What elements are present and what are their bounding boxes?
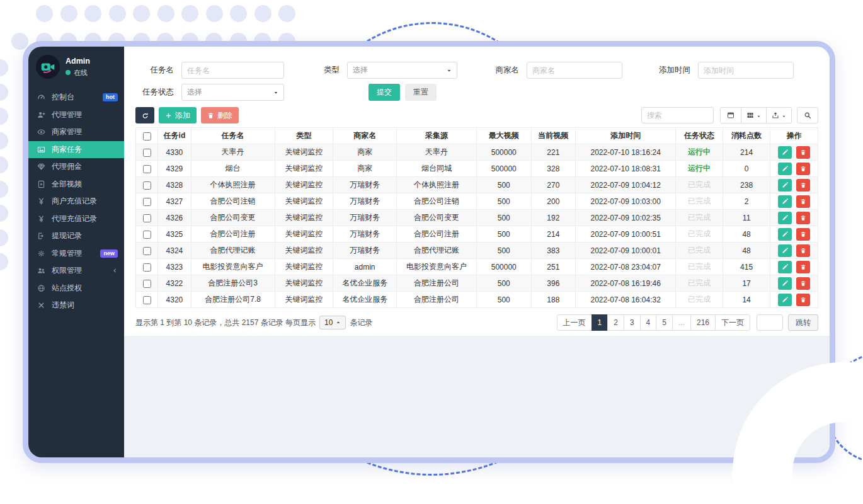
cell-task-status: 已完成 — [676, 275, 723, 292]
delete-button[interactable] — [796, 261, 810, 273]
row-checkbox[interactable] — [143, 165, 151, 173]
delete-button[interactable] — [796, 212, 810, 224]
page-button-1[interactable]: 1 — [592, 314, 609, 331]
sidebar-item-agent-commission[interactable]: 代理佣金 — [28, 158, 124, 176]
delete-button[interactable] — [796, 244, 810, 257]
merchant-name-input[interactable] — [527, 62, 622, 79]
card-view-icon — [727, 112, 734, 119]
cell-type: 关键词监控 — [275, 193, 333, 210]
cell-source: 天率丹 — [397, 144, 477, 161]
yen-icon — [37, 197, 46, 206]
row-checkbox[interactable] — [143, 231, 151, 239]
row-checkbox[interactable] — [143, 263, 151, 272]
cell-max-videos: 500 — [476, 226, 531, 243]
trash-icon — [800, 248, 806, 254]
refresh-button[interactable] — [135, 107, 154, 123]
jump-page-input[interactable] — [757, 314, 783, 331]
page-ellipsis: ... — [672, 314, 691, 331]
row-checkbox[interactable] — [143, 247, 151, 255]
sidebar-item-withdrawal-records[interactable]: 提现记录 — [28, 227, 124, 245]
search-button[interactable] — [797, 107, 818, 123]
edit-button[interactable] — [778, 146, 792, 159]
sidebar-item-banned-words[interactable]: 违禁词 — [28, 297, 124, 314]
yen-icon — [37, 214, 46, 223]
edit-button[interactable] — [778, 195, 792, 208]
export-button[interactable] — [767, 107, 792, 123]
row-checkbox[interactable] — [143, 149, 151, 157]
delete-button[interactable] — [796, 179, 810, 192]
add-button[interactable]: 添加 — [159, 107, 197, 123]
sidebar-item-dashboard[interactable]: 控制台 hot — [28, 89, 124, 106]
edit-button[interactable] — [778, 294, 792, 306]
sidebar-item-all-videos[interactable]: 全部视频 — [28, 176, 124, 193]
columns-button[interactable] — [741, 107, 767, 123]
delete-button[interactable] — [796, 195, 810, 208]
reset-button[interactable]: 重置 — [405, 84, 437, 101]
cell-max-videos: 500000 — [476, 259, 531, 275]
user-name: Admin — [66, 57, 90, 66]
search-input[interactable] — [641, 107, 714, 123]
select-all-checkbox[interactable] — [143, 132, 151, 140]
delete-button[interactable] — [796, 294, 810, 306]
cell-add-time: 2022-07-10 18:16:24 — [576, 144, 676, 161]
cell-current-videos: 328 — [531, 161, 576, 177]
row-checkbox[interactable] — [143, 214, 151, 222]
delete-button[interactable] — [796, 163, 810, 175]
jump-button[interactable]: 跳转 — [788, 314, 818, 331]
edit-button[interactable] — [778, 179, 792, 192]
cell-merchant-name: 万瑞财务 — [333, 193, 397, 210]
page-button-2[interactable]: 2 — [607, 314, 624, 331]
toggle-view-button[interactable] — [720, 107, 741, 123]
cell-type: 关键词监控 — [275, 210, 333, 226]
bulk-delete-button[interactable]: 删除 — [201, 107, 239, 123]
row-checkbox[interactable] — [143, 296, 151, 304]
next-page-button[interactable]: 下一页 — [715, 314, 750, 331]
edit-button[interactable] — [778, 261, 792, 273]
submit-button[interactable]: 提交 — [369, 84, 400, 101]
page-size-select[interactable]: 10 — [319, 316, 346, 329]
edit-button[interactable] — [778, 212, 792, 224]
pencil-icon — [782, 182, 788, 188]
page-button-3[interactable]: 3 — [624, 314, 641, 331]
delete-button[interactable] — [796, 228, 810, 241]
avatar[interactable] — [36, 55, 60, 79]
sidebar-item-site-authorization[interactable]: 站点授权 — [28, 280, 124, 297]
add-time-label: 添加时间 — [622, 65, 698, 76]
edit-button[interactable] — [778, 163, 792, 175]
type-select[interactable]: 选择 — [347, 62, 457, 79]
add-time-input[interactable] — [698, 62, 794, 79]
cogs-icon — [37, 249, 46, 258]
sidebar-item-agent-management[interactable]: 代理管理 — [28, 106, 124, 124]
sidebar-item-permission-management[interactable]: 权限管理 — [28, 262, 124, 280]
row-checkbox[interactable] — [143, 181, 151, 190]
cell-add-time: 2022-07-09 10:00:51 — [576, 226, 676, 243]
edit-button[interactable] — [778, 277, 792, 290]
row-checkbox[interactable] — [143, 280, 151, 288]
task-name-input[interactable] — [181, 62, 284, 79]
sidebar-item-general-management[interactable]: 常规管理 new — [28, 245, 124, 263]
pencil-icon — [782, 264, 788, 270]
page-button-5[interactable]: 5 — [656, 314, 673, 331]
cell-points-consumed: 415 — [723, 259, 770, 275]
sidebar-item-merchant-management[interactable]: 商家管理 — [28, 123, 124, 141]
cell-source: 合肥注册公司 — [397, 275, 477, 292]
edit-button[interactable] — [778, 228, 792, 241]
delete-button[interactable] — [796, 146, 810, 159]
task-status-select[interactable]: 选择 — [181, 84, 284, 101]
prev-page-button[interactable]: 上一页 — [557, 314, 592, 331]
sidebar-item-merchant-recharge[interactable]: 商户充值记录 — [28, 193, 124, 210]
page-button-216[interactable]: 216 — [690, 314, 716, 331]
cell-actions — [770, 292, 818, 308]
sidebar-item-merchant-tasks[interactable]: 商家任务 — [28, 141, 124, 159]
cell-type: 关键词监控 — [275, 177, 333, 193]
page-button-4[interactable]: 4 — [640, 314, 657, 331]
edit-button[interactable] — [778, 244, 792, 257]
row-checkbox[interactable] — [143, 198, 151, 206]
trash-icon — [800, 149, 806, 156]
sidebar-item-agent-recharge[interactable]: 代理充值记录 — [28, 210, 124, 228]
caret-down-icon — [447, 68, 452, 73]
cell-current-videos: 200 — [531, 193, 576, 210]
cell-merchant-name: 商家 — [333, 144, 397, 161]
delete-button[interactable] — [796, 277, 810, 290]
user-status: 在线 — [66, 68, 90, 77]
